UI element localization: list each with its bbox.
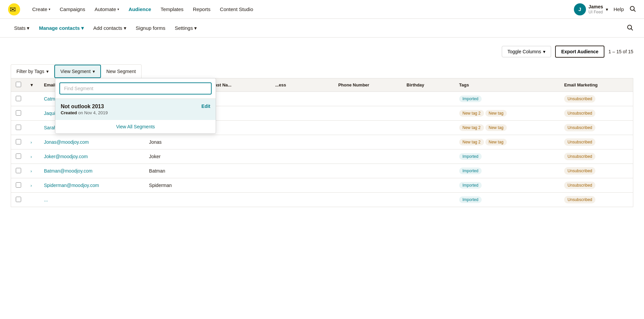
- expand-row-icon[interactable]: ›: [31, 154, 32, 159]
- tag-badge[interactable]: New tag 2: [459, 110, 484, 117]
- row-checkbox[interactable]: [16, 96, 21, 101]
- row-checkbox-cell: [11, 121, 26, 135]
- tag-badge[interactable]: New tag: [485, 124, 507, 131]
- new-segment-button[interactable]: New Segment: [101, 65, 141, 77]
- row-lastname-cell: [207, 92, 270, 106]
- marketing-status-badge: Unsubscribed: [564, 153, 595, 160]
- row-checkbox[interactable]: [16, 182, 21, 188]
- expand-row-icon[interactable]: ›: [31, 169, 32, 174]
- chevron-down-icon: ▾: [543, 49, 545, 54]
- row-email-cell: Batman@moodjoy.com: [39, 164, 144, 178]
- export-audience-button[interactable]: Export Audience: [555, 46, 604, 58]
- subnav-signup-forms[interactable]: Signup forms: [132, 23, 169, 33]
- tag-badge[interactable]: New tag 2: [459, 124, 484, 131]
- row-phone-cell: [333, 164, 402, 178]
- subnav-add-contacts[interactable]: Add contacts ▾: [90, 23, 130, 33]
- row-phone-cell: [333, 106, 402, 121]
- row-tags-cell: Imported: [454, 193, 559, 207]
- row-checkbox[interactable]: [16, 139, 21, 144]
- row-lastname-cell: [207, 121, 270, 135]
- row-checkbox-cell: [11, 106, 26, 121]
- nav-automate[interactable]: Automate ▾: [91, 4, 123, 14]
- search-icon[interactable]: [627, 24, 633, 32]
- segment-list-item[interactable]: Not outlook 2013 Created on Nov 4, 2019 …: [55, 99, 216, 120]
- nav-reports[interactable]: Reports: [189, 4, 215, 14]
- expand-row-icon[interactable]: ›: [31, 183, 32, 188]
- chevron-down-icon: ▾: [93, 69, 95, 74]
- select-all-checkbox[interactable]: [16, 82, 21, 87]
- table-row: ...ImportedUnsubscribed: [11, 193, 633, 207]
- subnav-manage-contacts[interactable]: Manage contacts ▾: [36, 23, 87, 33]
- chevron-down-icon: ▾: [27, 25, 30, 31]
- marketing-status-badge: Unsubscribed: [564, 138, 595, 146]
- tag-badge[interactable]: New tag: [485, 110, 507, 117]
- toolbar: Toggle Columns ▾ Export Audience 1 – 15 …: [11, 46, 633, 58]
- tag-badge[interactable]: Imported: [459, 182, 482, 189]
- tag-badge[interactable]: Imported: [459, 196, 482, 203]
- row-checkbox[interactable]: [16, 197, 21, 202]
- row-phone-cell: [333, 193, 402, 207]
- row-firstname-cell: Jonas: [144, 135, 207, 149]
- nav-audience[interactable]: Audience: [124, 4, 155, 14]
- email-link[interactable]: Batman@moodjoy.com: [44, 168, 93, 174]
- tags-container: Imported: [459, 168, 555, 174]
- segment-edit-link[interactable]: Edit: [202, 104, 210, 109]
- tag-badge[interactable]: New tag 2: [459, 139, 484, 145]
- view-all-segments-link[interactable]: View All Segments: [55, 120, 216, 133]
- row-tags-cell: Imported: [454, 92, 559, 106]
- email-link[interactable]: ...: [44, 197, 48, 202]
- tag-badge[interactable]: Imported: [459, 153, 482, 160]
- search-icon[interactable]: [629, 5, 636, 13]
- help-link[interactable]: Help: [613, 6, 624, 12]
- tag-badge[interactable]: New tag: [485, 139, 507, 145]
- row-birthday-cell: [402, 121, 454, 135]
- user-menu[interactable]: J James UI Feed ▾: [574, 3, 608, 15]
- tag-badge[interactable]: Imported: [459, 95, 482, 102]
- filter-by-tags-button[interactable]: Filter by Tags ▾: [11, 65, 54, 77]
- subnav-settings[interactable]: Settings ▾: [171, 23, 200, 33]
- row-checkbox[interactable]: [16, 110, 21, 116]
- view-segment-button[interactable]: View Segment ▾ Not outlook 2013 Created …: [54, 65, 101, 78]
- toggle-columns-button[interactable]: Toggle Columns ▾: [502, 46, 551, 57]
- avatar: J: [574, 3, 586, 15]
- col-header-tags: Tags: [454, 78, 559, 92]
- row-address-cell: [270, 193, 333, 207]
- nav-campaigns[interactable]: Campaigns: [56, 4, 89, 14]
- row-marketing-cell: Unsubscribed: [559, 106, 633, 121]
- segment-search-container: [55, 78, 216, 99]
- nav-templates[interactable]: Templates: [157, 4, 187, 14]
- col-header-expand[interactable]: ▾: [26, 78, 39, 92]
- svg-text:✉: ✉: [10, 5, 16, 14]
- email-link[interactable]: Joker@moodjoy.com: [44, 154, 88, 159]
- row-lastname-cell: [207, 106, 270, 121]
- tags-container: New tag 2New tag: [459, 124, 555, 131]
- row-phone-cell: [333, 121, 402, 135]
- marketing-status-badge: Unsubscribed: [564, 196, 595, 203]
- row-email-cell: Spiderman@moodjoy.com: [39, 178, 144, 193]
- row-expand-cell: ›: [26, 135, 39, 149]
- row-phone-cell: [333, 149, 402, 164]
- row-checkbox[interactable]: [16, 168, 21, 173]
- row-marketing-cell: Unsubscribed: [559, 121, 633, 135]
- marketing-status-badge: Unsubscribed: [564, 110, 595, 117]
- nav-create[interactable]: Create ▾: [28, 4, 54, 14]
- marketing-status-badge: Unsubscribed: [564, 182, 595, 189]
- email-link[interactable]: Jonas@moodjoy.com: [44, 139, 89, 145]
- row-checkbox[interactable]: [16, 153, 21, 159]
- row-firstname-cell: Joker: [144, 149, 207, 164]
- row-expand-cell: [26, 193, 39, 207]
- row-checkbox[interactable]: [16, 125, 21, 130]
- row-marketing-cell: Unsubscribed: [559, 178, 633, 193]
- row-expand-cell: [26, 92, 39, 106]
- mailchimp-logo[interactable]: ✉: [8, 3, 20, 15]
- row-phone-cell: [333, 135, 402, 149]
- nav-content-studio[interactable]: Content Studio: [216, 4, 257, 14]
- email-link[interactable]: Spiderman@moodjoy.com: [44, 183, 99, 188]
- tag-badge[interactable]: Imported: [459, 168, 482, 174]
- marketing-status-badge: Unsubscribed: [564, 95, 595, 103]
- find-segment-input[interactable]: [59, 82, 212, 94]
- expand-row-icon[interactable]: ›: [31, 140, 32, 145]
- subnav-stats[interactable]: Stats ▾: [11, 23, 33, 33]
- row-birthday-cell: [402, 135, 454, 149]
- segment-info: Not outlook 2013 Created on Nov 4, 2019: [61, 104, 108, 115]
